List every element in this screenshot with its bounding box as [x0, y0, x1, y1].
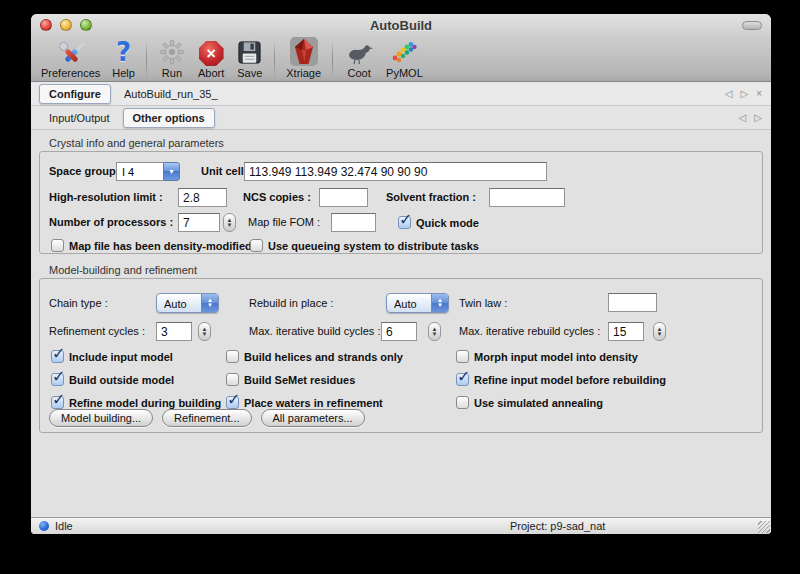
pymol-button[interactable]: PyMOL	[380, 36, 429, 82]
all-parameters-button[interactable]: All parameters...	[261, 409, 365, 427]
bird-icon	[344, 37, 374, 66]
checkbox-box	[456, 350, 469, 363]
status-text: Idle	[55, 520, 73, 532]
tab-other-options[interactable]: Other options	[123, 108, 215, 128]
chain-type-popup[interactable]: Auto ▲▼	[156, 293, 219, 313]
checkbox-label: Refine input model before rebuilding	[474, 374, 666, 386]
tab-input-output[interactable]: Input/Output	[39, 108, 120, 128]
checkbox-box	[51, 350, 64, 363]
checkbox-label: Refine model during building	[69, 397, 221, 409]
solvent-fraction-field[interactable]	[489, 188, 565, 207]
model-group-title: Model-building and refinement	[49, 264, 771, 276]
refinement-button[interactable]: Refinement...	[162, 409, 251, 427]
simulated-annealing-checkbox[interactable]: Use simulated annealing	[456, 395, 603, 410]
rainbow-helix-icon	[389, 37, 419, 66]
checkbox-label: Include input model	[69, 351, 173, 363]
project-label: Project: p9-sad_nat	[510, 520, 605, 532]
tools-icon	[56, 36, 86, 66]
status-dot-icon	[39, 521, 49, 531]
space-group-label: Space group :	[49, 162, 122, 181]
checkbox-box	[226, 350, 239, 363]
twin-law-field[interactable]	[608, 293, 657, 312]
map-fom-label: Map file FOM :	[248, 213, 320, 232]
unit-cell-field[interactable]	[244, 162, 547, 181]
toolbar: Preferences ? Help	[31, 36, 771, 82]
build-helices-strands-checkbox[interactable]: Build helices and strands only	[226, 349, 403, 364]
sub-tab-bar: Input/Output Other options ◁ ▷	[31, 106, 771, 130]
chevron-down-icon: ▼	[163, 162, 180, 181]
ncs-copies-label: NCS copies :	[243, 188, 311, 207]
refinement-cycles-field[interactable]	[156, 322, 192, 341]
floppy-icon	[236, 37, 263, 66]
stop-icon: ×	[199, 37, 224, 66]
max-build-cycles-field[interactable]	[381, 322, 417, 341]
max-rebuild-cycles-field[interactable]	[608, 322, 644, 341]
tab-autobuild-run[interactable]: AutoBuild_run_35_	[114, 84, 228, 104]
build-semet-checkbox[interactable]: Build SeMet residues	[226, 372, 355, 387]
checkbox-box	[226, 396, 239, 409]
quick-mode-checkbox[interactable]: Quick mode	[398, 215, 479, 230]
checkbox-box	[398, 216, 411, 229]
crystal-group-box: Space group : I 4 ▼ Unit cell : High-res…	[39, 151, 763, 254]
crystal-icon	[290, 37, 318, 66]
xtriage-button[interactable]: Xtriage	[280, 36, 327, 82]
minimize-button[interactable]	[60, 19, 72, 31]
high-res-field[interactable]	[178, 188, 227, 207]
refine-during-building-checkbox[interactable]: Refine model during building	[51, 395, 221, 410]
options-panel: Crystal info and general parameters Spac…	[31, 133, 771, 517]
place-waters-checkbox[interactable]: Place waters in refinement	[226, 395, 383, 410]
include-input-model-checkbox[interactable]: Include input model	[51, 349, 173, 364]
twin-law-label: Twin law :	[459, 294, 507, 313]
model-group-box: Chain type : Auto ▲▼ Rebuild in place : …	[39, 278, 763, 433]
refine-before-rebuilding-checkbox[interactable]: Refine input model before rebuilding	[456, 372, 666, 387]
checkbox-label: Build helices and strands only	[244, 351, 403, 363]
space-group-value: I 4	[116, 162, 163, 181]
save-button[interactable]: Save	[230, 36, 269, 82]
toolbar-separator	[146, 39, 147, 79]
num-processors-label: Number of processors :	[49, 213, 173, 232]
num-processors-field[interactable]	[178, 213, 220, 232]
zoom-button[interactable]	[80, 19, 92, 31]
parameter-buttons: Model building... Refinement... All para…	[49, 409, 365, 427]
rebuild-in-place-popup[interactable]: Auto ▲▼	[386, 293, 449, 313]
preferences-button[interactable]: Preferences	[35, 36, 106, 82]
max-build-cycles-stepper[interactable]: ▲▼	[428, 322, 441, 341]
high-res-label: High-resolution limit :	[49, 188, 163, 207]
solvent-fraction-label: Solvent fraction :	[386, 188, 476, 207]
subtab-forward-icon[interactable]: ▷	[754, 112, 762, 123]
crystal-group-title: Crystal info and general parameters	[49, 137, 771, 149]
checkbox-label: Use simulated annealing	[474, 397, 603, 409]
morph-input-model-checkbox[interactable]: Morph input model into density	[456, 349, 638, 364]
space-group-combo[interactable]: I 4 ▼	[116, 162, 180, 181]
toolbar-separator	[332, 39, 333, 79]
queueing-checkbox[interactable]: Use queueing system to distribute tasks	[250, 238, 479, 253]
up-down-arrows-icon: ▲▼	[201, 294, 218, 312]
tab-back-icon[interactable]: ◁	[725, 88, 733, 99]
window-chrome: AutoBuild Preferences ? Help	[31, 14, 771, 82]
checkbox-box	[250, 239, 263, 252]
max-build-cycles-label: Max. iterative build cycles :	[249, 322, 380, 341]
max-rebuild-cycles-stepper[interactable]: ▲▼	[653, 322, 666, 341]
popup-value: Auto	[157, 294, 201, 312]
title-bar[interactable]: AutoBuild	[31, 14, 771, 36]
tab-close-icon[interactable]: ×	[756, 88, 762, 99]
ncs-copies-field[interactable]	[319, 188, 368, 207]
model-building-button[interactable]: Model building...	[49, 409, 153, 427]
window-title: AutoBuild	[31, 18, 771, 33]
refinement-cycles-stepper[interactable]: ▲▼	[198, 322, 211, 341]
map-fom-field[interactable]	[331, 213, 376, 232]
subtab-back-icon[interactable]: ◁	[739, 112, 747, 123]
resize-grip[interactable]	[758, 521, 770, 533]
num-processors-stepper[interactable]: ▲▼	[223, 213, 236, 232]
checkbox-box	[51, 373, 64, 386]
close-button[interactable]	[40, 19, 52, 31]
coot-button[interactable]: Coot	[338, 36, 380, 82]
help-button[interactable]: ? Help	[106, 36, 141, 82]
run-button[interactable]: Run	[152, 36, 192, 82]
build-outside-model-checkbox[interactable]: Build outside model	[51, 372, 174, 387]
toolbar-toggle-capsule[interactable]	[742, 21, 762, 30]
abort-button[interactable]: × Abort	[192, 36, 230, 82]
tab-configure[interactable]: Configure	[39, 84, 111, 104]
density-modified-checkbox[interactable]: Map file has been density-modified	[51, 238, 252, 253]
tab-forward-icon[interactable]: ▷	[740, 88, 748, 99]
